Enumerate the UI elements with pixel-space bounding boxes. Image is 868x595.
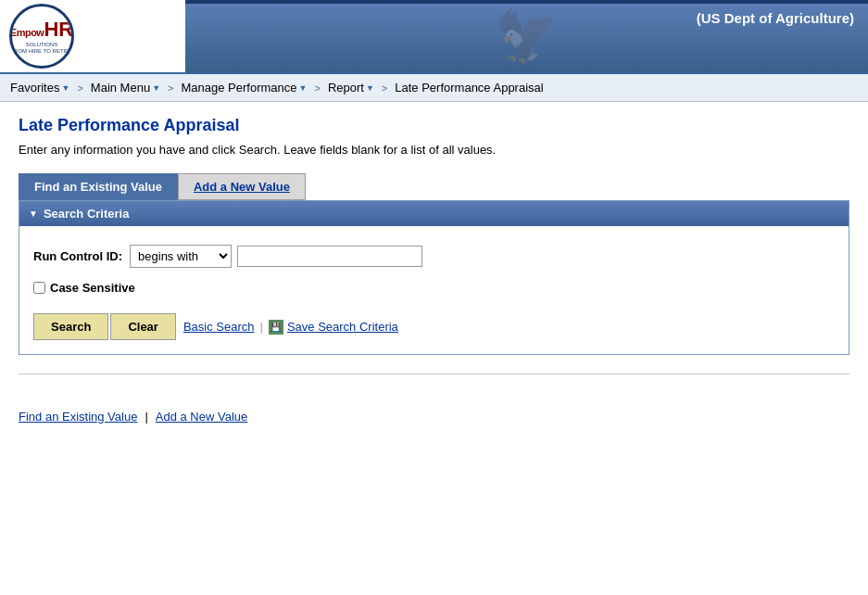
main-content: Late Performance Appraisal Enter any inf… (0, 102, 868, 402)
section-separator (19, 373, 849, 374)
collapse-arrow-icon: ▼ (29, 209, 38, 219)
tab-find-existing[interactable]: Find an Existing Value (19, 173, 178, 200)
run-control-id-input[interactable] (237, 246, 422, 267)
case-sensitive-row: Case Sensitive (33, 281, 835, 295)
save-search-button[interactable]: 💾 Save Search Criteria (269, 320, 398, 335)
logo-sub2: FROM HIRE TO RETIRE (10, 48, 73, 55)
run-control-id-row: Run Control ID: begins with contains = n… (33, 245, 835, 268)
search-body: Run Control ID: begins with contains = n… (19, 226, 849, 354)
bottom-links: Find an Existing Value | Add a New Value (0, 402, 868, 431)
nav-separator-1: > (77, 82, 82, 94)
nav-report[interactable]: Report ▼ (322, 74, 380, 101)
nav-separator-4: > (382, 82, 387, 94)
chevron-down-icon-3: ▼ (299, 83, 308, 93)
buttons-row: Search Clear Basic Search | 💾 Save Searc… (33, 313, 835, 340)
chevron-down-icon-2: ▼ (152, 83, 160, 93)
nav-separator-3: > (314, 82, 320, 94)
clear-button[interactable]: Clear (110, 313, 176, 340)
save-icon: 💾 (269, 320, 283, 335)
nav-separator-2: > (168, 82, 173, 94)
header: Empow HR SOLUTIONS FROM HIRE TO RETIRE 🦅… (0, 0, 868, 74)
bottom-link-find-existing[interactable]: Find an Existing Value (19, 410, 137, 424)
run-control-id-operator[interactable]: begins with contains = not = (130, 245, 232, 268)
org-label: (US Dept of Agriculture) (697, 10, 854, 26)
tabs-container: Find an Existing Value Add a New Value (19, 173, 849, 200)
logo-empow-text: Empow (10, 27, 44, 38)
page-title: Late Performance Appraisal (19, 116, 849, 135)
button-divider: | (260, 320, 263, 334)
search-criteria-label: Search Criteria (44, 207, 130, 221)
bottom-link-separator: | (145, 410, 147, 424)
search-button[interactable]: Search (33, 313, 108, 340)
logo-circle: Empow HR SOLUTIONS FROM HIRE TO RETIRE (9, 4, 74, 69)
nav-main-menu[interactable]: Main Menu ▼ (85, 74, 166, 101)
logo-hr-text: HR (44, 18, 73, 42)
eagle-watermark: 🦅 (495, 6, 559, 67)
basic-search-label: Basic Search (183, 320, 255, 334)
nav-late-performance[interactable]: Late Performance Appraisal (389, 74, 548, 101)
tab-add-new[interactable]: Add a New Value (178, 173, 306, 200)
case-sensitive-label: Case Sensitive (50, 281, 135, 295)
logo-sub1: SOLUTIONS (10, 42, 73, 48)
bottom-link-add-new[interactable]: Add a New Value (156, 410, 248, 424)
logo-area: Empow HR SOLUTIONS FROM HIRE TO RETIRE (0, 0, 185, 72)
save-search-label: Save Search Criteria (287, 320, 398, 334)
basic-search-button[interactable]: Basic Search (183, 320, 255, 334)
header-banner: 🦅 (US Dept of Agriculture) (185, 0, 868, 72)
page-description: Enter any information you have and click… (19, 143, 849, 157)
run-control-id-label: Run Control ID: (33, 249, 122, 263)
nav-favorites[interactable]: Favorites ▼ (5, 74, 75, 101)
search-criteria-header[interactable]: ▼ Search Criteria (19, 201, 849, 226)
nav-manage-performance[interactable]: Manage Performance ▼ (176, 74, 313, 101)
search-criteria-section: ▼ Search Criteria Run Control ID: begins… (19, 200, 849, 355)
case-sensitive-checkbox[interactable] (33, 282, 45, 294)
chevron-down-icon: ▼ (61, 83, 69, 93)
chevron-down-icon-4: ▼ (366, 83, 374, 93)
navbar: Favorites ▼ > Main Menu ▼ > Manage Perfo… (0, 74, 868, 102)
